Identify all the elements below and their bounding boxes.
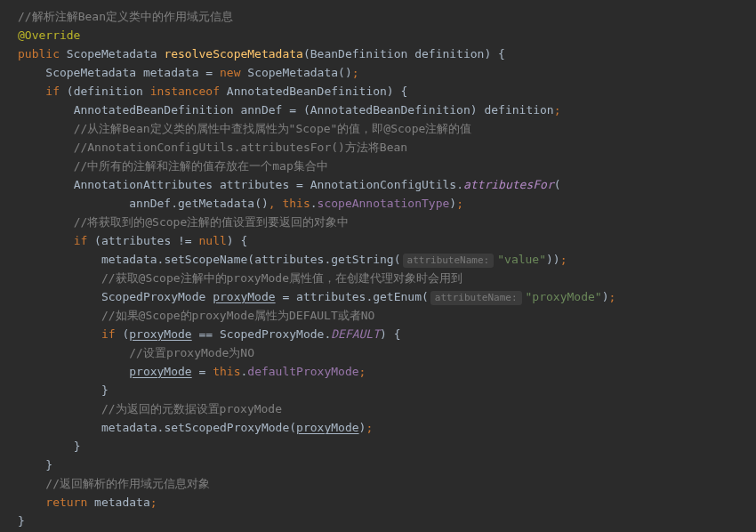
comment: //设置proxyMode为NO bbox=[129, 346, 254, 359]
type: AnnotatedBeanDefinition bbox=[74, 103, 234, 117]
variable: metadata bbox=[143, 66, 199, 79]
enum-constant: DEFAULT bbox=[331, 327, 380, 341]
keyword-if: if bbox=[74, 234, 88, 247]
method-call: setScopedProxyMode bbox=[164, 421, 289, 434]
method-call: getEnum bbox=[373, 290, 422, 303]
type: AnnotatedBeanDefinition bbox=[310, 103, 470, 117]
variable: attributes bbox=[296, 290, 366, 303]
comment: //AnnotationConfigUtils.attributesFor()方… bbox=[74, 141, 408, 154]
keyword-null: null bbox=[199, 234, 227, 247]
comment: //为返回的元数据设置proxyMode bbox=[101, 402, 282, 415]
code-line: annDef.getMetadata(), this.scopeAnnotati… bbox=[18, 194, 756, 213]
keyword-return: return bbox=[45, 496, 87, 509]
variable: proxyMode bbox=[129, 327, 191, 341]
code-line: //设置proxyMode为NO bbox=[18, 343, 756, 362]
keyword-if: if bbox=[45, 85, 60, 98]
param-hint: attributeName: bbox=[430, 291, 522, 305]
code-line: //中所有的注解和注解的值存放在一个map集合中 bbox=[18, 157, 756, 175]
keyword-this: this bbox=[213, 365, 240, 378]
code-line: if (attributes != null) { bbox=[18, 231, 756, 250]
param-hint: attributeName: bbox=[403, 254, 495, 268]
code-line: //返回解析的作用域元信息对象 bbox=[18, 474, 756, 493]
code-line: proxyMode = this.defaultProxyMode; bbox=[18, 362, 756, 381]
code-viewer: //解析注解Bean定义类中的作用域元信息 @Override public S… bbox=[18, 7, 756, 530]
code-line: } bbox=[18, 381, 756, 399]
variable: metadata bbox=[101, 421, 157, 434]
code-line: } bbox=[18, 437, 756, 455]
code-line: metadata.setScopedProxyMode(proxyMode); bbox=[18, 418, 756, 437]
param: definition bbox=[414, 47, 484, 60]
variable: proxyMode bbox=[129, 365, 191, 378]
field: defaultProxyMode bbox=[247, 365, 358, 378]
variable: annDef bbox=[129, 197, 171, 210]
variable: definition bbox=[484, 103, 553, 117]
string-literal: "value" bbox=[497, 253, 546, 266]
type: ScopeMetadata bbox=[67, 47, 157, 60]
method-call: setScopeName bbox=[164, 253, 247, 266]
variable: annDef bbox=[240, 103, 282, 117]
code-line: AnnotatedBeanDefinition annDef = (Annota… bbox=[18, 101, 756, 119]
comment: //解析注解Bean定义类中的作用域元信息 bbox=[18, 10, 233, 23]
code-line: if (proxyMode == ScopedProxyMode.DEFAULT… bbox=[18, 325, 756, 343]
constructor: ScopeMetadata bbox=[247, 66, 338, 79]
comment: //获取@Scope注解中的proxyMode属性值，在创建代理对象时会用到 bbox=[101, 271, 462, 285]
code-line: //将获取到的@Scope注解的值设置到要返回的对象中 bbox=[18, 213, 756, 231]
variable: proxyMode bbox=[213, 290, 275, 303]
comment: //返回解析的作用域元信息对象 bbox=[45, 477, 210, 490]
code-line: //如果@Scope的proxyMode属性为DEFAULT或者NO bbox=[18, 306, 756, 325]
string-literal: "proxyMode" bbox=[526, 290, 602, 303]
keyword-new: new bbox=[220, 66, 240, 79]
code-line: //AnnotationConfigUtils.attributesFor()方… bbox=[18, 138, 756, 157]
type: ScopedProxyMode bbox=[101, 290, 205, 303]
code-line: } bbox=[18, 512, 756, 530]
code-line: //从注解Bean定义类的属性中查找属性为"Scope"的值，即@Scope注解… bbox=[18, 119, 756, 138]
type: AnnotationConfigUtils bbox=[310, 178, 456, 191]
comment: //从注解Bean定义类的属性中查找属性为"Scope"的值，即@Scope注解… bbox=[74, 122, 472, 135]
type: ScopeMetadata bbox=[45, 66, 136, 79]
variable: attributes bbox=[254, 253, 324, 266]
code-line: ScopedProxyMode proxyMode = attributes.g… bbox=[18, 287, 756, 306]
variable: definition bbox=[74, 85, 143, 98]
code-line: metadata.setScopeName(attributes.getStri… bbox=[18, 250, 756, 269]
method-name: resolveScopeMetadata bbox=[164, 47, 303, 60]
comment: //将获取到的@Scope注解的值设置到要返回的对象中 bbox=[74, 215, 350, 229]
code-line: //获取@Scope注解中的proxyMode属性值，在创建代理对象时会用到 bbox=[18, 269, 756, 287]
type: AnnotatedBeanDefinition bbox=[227, 85, 387, 98]
method-call: getMetadata bbox=[178, 197, 254, 210]
code-line: ScopeMetadata metadata = new ScopeMetada… bbox=[18, 63, 756, 82]
code-line: //解析注解Bean定义类中的作用域元信息 bbox=[18, 7, 756, 26]
variable: metadata bbox=[101, 253, 157, 266]
variable: attributes bbox=[220, 178, 289, 191]
comment: //中所有的注解和注解的值存放在一个map集合中 bbox=[74, 159, 328, 173]
type: BeanDefinition bbox=[310, 47, 408, 60]
code-line: return metadata; bbox=[18, 493, 756, 512]
variable: proxyMode bbox=[296, 421, 358, 434]
code-line: @Override bbox=[18, 26, 756, 44]
type: ScopedProxyMode bbox=[220, 327, 324, 341]
annotation-override: @Override bbox=[18, 28, 80, 42]
keyword-if: if bbox=[101, 327, 116, 341]
type: AnnotationAttributes bbox=[74, 178, 213, 191]
code-line: if (definition instanceof AnnotatedBeanD… bbox=[18, 82, 756, 101]
method-call: getString bbox=[331, 253, 393, 266]
code-line: AnnotationAttributes attributes = Annota… bbox=[18, 175, 756, 194]
keyword-instanceof: instanceof bbox=[150, 85, 220, 98]
comment: //如果@Scope的proxyMode属性为DEFAULT或者NO bbox=[101, 309, 375, 322]
code-line: } bbox=[18, 455, 756, 474]
variable: attributes bbox=[101, 234, 171, 247]
code-line: public ScopeMetadata resolveScopeMetadat… bbox=[18, 44, 756, 63]
code-line: //为返回的元数据设置proxyMode bbox=[18, 399, 756, 418]
method-call: attributesFor bbox=[463, 178, 554, 191]
variable: metadata bbox=[94, 496, 150, 509]
keyword-this: this bbox=[282, 197, 310, 210]
field: scopeAnnotationType bbox=[318, 197, 450, 210]
keyword-public: public bbox=[18, 47, 60, 60]
